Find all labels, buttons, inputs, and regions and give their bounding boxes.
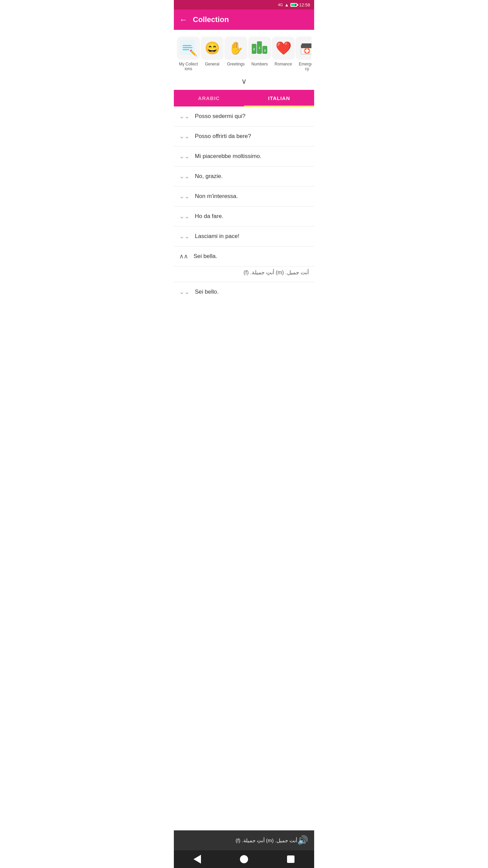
phrase-expand-icon-4: ⌄⌄ bbox=[179, 173, 189, 180]
category-my-collections[interactable]: ✏️ My Collect ions bbox=[177, 35, 200, 73]
phrase-expand-icon-1: ⌄⌄ bbox=[179, 113, 189, 120]
phrase-translation-8: أنت جميل. (m) أنتِ جميلة. (f) bbox=[174, 267, 314, 282]
phrase-text-8: Sei bella. bbox=[194, 253, 217, 260]
phrase-text-4: No, grazie. bbox=[195, 173, 223, 180]
battery-icon bbox=[290, 3, 297, 7]
phrase-text-5: Non m'interessa. bbox=[195, 193, 238, 200]
phrase-text-9: Sei bello. bbox=[195, 289, 219, 295]
category-romance[interactable]: ❤️ Romance bbox=[271, 35, 295, 73]
phrase-text-2: Posso offrirti da bere? bbox=[195, 133, 251, 140]
categories-container: ✏️ My Collect ions 😄 General ✋ Greetings bbox=[174, 30, 314, 76]
back-button[interactable]: ← bbox=[179, 15, 187, 24]
app-bar-title: Collection bbox=[193, 15, 229, 24]
category-emergency[interactable]: Emergen cy bbox=[295, 35, 311, 73]
general-icon-container: 😄 bbox=[201, 37, 224, 60]
emergency-icon-container bbox=[296, 37, 311, 60]
phrase-expand-icon-2: ⌄⌄ bbox=[179, 133, 189, 140]
category-label-general: General bbox=[205, 62, 220, 66]
phrase-text-7: Lasciami in pace! bbox=[195, 233, 239, 240]
status-icons: 4G ▲ 12:58 bbox=[278, 2, 310, 7]
category-general[interactable]: 😄 General bbox=[200, 35, 224, 73]
svg-text:3: 3 bbox=[264, 49, 266, 52]
language-tabs: ARABIC ITALIAN bbox=[174, 90, 314, 106]
romance-heart-icon: ❤️ bbox=[276, 41, 291, 56]
greetings-emoji-icon: ✋ bbox=[228, 41, 244, 55]
phrase-item-6[interactable]: ⌄⌄ Ho da fare. bbox=[174, 206, 314, 226]
phrase-text-1: Posso sedermi qui? bbox=[195, 113, 245, 120]
phrases-list: ⌄⌄ Posso sedermi qui? ⌄⌄ Posso offrirti … bbox=[174, 106, 314, 302]
phrase-collapse-icon-8: ∧∧ bbox=[179, 253, 188, 260]
signal-bars-icon: ▲ bbox=[285, 2, 289, 7]
tab-italian[interactable]: ITALIAN bbox=[244, 90, 314, 106]
emergency-svg-icon bbox=[300, 41, 311, 56]
phrase-expand-icon-7: ⌄⌄ bbox=[179, 233, 189, 240]
general-emoji-icon: 😄 bbox=[205, 41, 220, 55]
category-greetings[interactable]: ✋ Greetings bbox=[224, 35, 248, 73]
numbers-icon-container: 2 1 3 bbox=[248, 37, 271, 60]
phrase-item-5[interactable]: ⌄⌄ Non m'interessa. bbox=[174, 186, 314, 206]
svg-text:1: 1 bbox=[259, 46, 260, 50]
phrase-item-1[interactable]: ⌄⌄ Posso sedermi qui? bbox=[174, 106, 314, 126]
phrase-expand-icon-3: ⌄⌄ bbox=[179, 153, 189, 160]
my-collections-icon-container: ✏️ bbox=[177, 37, 200, 60]
phrase-expand-icon-6: ⌄⌄ bbox=[179, 213, 189, 220]
pencil-icon: ✏️ bbox=[189, 49, 197, 57]
svg-rect-11 bbox=[305, 50, 309, 52]
status-bar: 4G ▲ 12:58 bbox=[174, 0, 314, 9]
phrase-item-2[interactable]: ⌄⌄ Posso offrirti da bere? bbox=[174, 126, 314, 146]
romance-icon-container: ❤️ bbox=[272, 37, 295, 60]
phrase-item-8[interactable]: ∧∧ Sei bella. bbox=[174, 246, 314, 267]
phrase-item-9[interactable]: ⌄⌄ Sei bello. bbox=[174, 282, 314, 302]
chevron-expand[interactable]: ∨ bbox=[174, 76, 314, 90]
category-label-my-collections: My Collect ions bbox=[178, 62, 199, 72]
numbers-svg-icon: 2 1 3 bbox=[252, 41, 267, 55]
phrase-text-3: Mi piacerebbe moltissimo. bbox=[195, 153, 262, 160]
tab-arabic[interactable]: ARABIC bbox=[174, 90, 244, 106]
phrase-expand-icon-9: ⌄⌄ bbox=[179, 288, 189, 296]
my-collections-icon: ✏️ bbox=[180, 40, 197, 57]
network-indicator: 4G bbox=[278, 3, 283, 7]
phrase-item-7[interactable]: ⌄⌄ Lasciami in pace! bbox=[174, 226, 314, 246]
category-label-emergency: Emergen cy bbox=[297, 62, 311, 72]
category-label-greetings: Greetings bbox=[227, 62, 245, 66]
category-label-numbers: Numbers bbox=[251, 62, 268, 66]
phrase-item-4[interactable]: ⌄⌄ No, grazie. bbox=[174, 166, 314, 186]
svg-text:2: 2 bbox=[253, 47, 255, 51]
categories-row: ✏️ My Collect ions 😄 General ✋ Greetings bbox=[177, 35, 311, 73]
chevron-down-icon[interactable]: ∨ bbox=[241, 77, 247, 86]
category-numbers[interactable]: 2 1 3 Numbers bbox=[248, 35, 271, 73]
category-label-romance: Romance bbox=[274, 62, 292, 66]
phrase-expand-icon-5: ⌄⌄ bbox=[179, 193, 189, 200]
phrase-text-6: Ho da fare. bbox=[195, 213, 223, 220]
greetings-icon-container: ✋ bbox=[224, 37, 247, 60]
phrase-item-3[interactable]: ⌄⌄ Mi piacerebbe moltissimo. bbox=[174, 146, 314, 166]
app-bar: ← Collection bbox=[174, 9, 314, 30]
svg-rect-8 bbox=[302, 43, 311, 46]
time-display: 12:58 bbox=[299, 2, 310, 7]
